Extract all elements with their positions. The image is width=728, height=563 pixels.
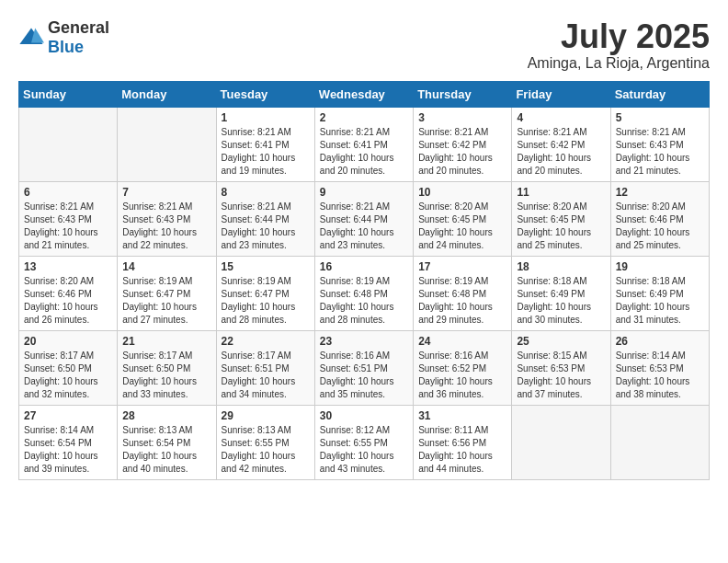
day-number: 8 — [222, 186, 310, 199]
day-info: Sunrise: 8:19 AMSunset: 6:47 PMDaylight:… — [222, 275, 310, 327]
calendar-cell: 4Sunrise: 8:21 AMSunset: 6:42 PMDaylight… — [512, 107, 610, 181]
title-block: July 2025 Aminga, La Rioja, Argentina — [528, 18, 710, 72]
day-number: 3 — [418, 111, 506, 124]
calendar-cell: 6Sunrise: 8:21 AMSunset: 6:43 PMDaylight… — [19, 181, 118, 256]
calendar-cell: 24Sunrise: 8:16 AMSunset: 6:52 PMDayligh… — [414, 330, 512, 405]
page-header: General Blue July 2025 Aminga, La Rioja,… — [18, 18, 710, 72]
calendar-cell — [610, 405, 709, 479]
day-info: Sunrise: 8:11 AMSunset: 6:56 PMDaylight:… — [418, 424, 506, 476]
calendar-cell: 16Sunrise: 8:19 AMSunset: 6:48 PMDayligh… — [314, 256, 413, 330]
day-header-tuesday: Tuesday — [216, 81, 314, 107]
day-info: Sunrise: 8:14 AMSunset: 6:53 PMDaylight:… — [616, 350, 704, 401]
day-number: 21 — [122, 335, 210, 348]
day-info: Sunrise: 8:13 AMSunset: 6:55 PMDaylight:… — [222, 424, 310, 476]
day-number: 24 — [418, 335, 506, 348]
day-info: Sunrise: 8:18 AMSunset: 6:49 PMDaylight:… — [517, 275, 605, 327]
logo: General Blue — [18, 18, 109, 57]
day-info: Sunrise: 8:21 AMSunset: 6:43 PMDaylight:… — [122, 201, 210, 252]
day-number: 29 — [222, 409, 310, 422]
calendar-table: SundayMondayTuesdayWednesdayThursdayFrid… — [18, 81, 710, 480]
calendar-cell: 22Sunrise: 8:17 AMSunset: 6:51 PMDayligh… — [216, 330, 314, 405]
calendar-cell — [19, 107, 118, 181]
calendar-cell: 23Sunrise: 8:16 AMSunset: 6:51 PMDayligh… — [314, 330, 413, 405]
calendar-cell — [512, 405, 610, 479]
day-number: 30 — [320, 409, 408, 422]
day-number: 23 — [320, 335, 408, 348]
day-number: 27 — [24, 409, 112, 422]
day-info: Sunrise: 8:21 AMSunset: 6:42 PMDaylight:… — [418, 126, 506, 178]
day-info: Sunrise: 8:21 AMSunset: 6:41 PMDaylight:… — [320, 126, 408, 178]
day-info: Sunrise: 8:20 AMSunset: 6:45 PMDaylight:… — [517, 201, 605, 252]
day-number: 13 — [24, 260, 112, 273]
day-number: 16 — [320, 260, 408, 273]
logo-blue: Blue — [48, 38, 84, 56]
calendar-cell: 3Sunrise: 8:21 AMSunset: 6:42 PMDaylight… — [414, 107, 512, 181]
calendar-cell: 14Sunrise: 8:19 AMSunset: 6:47 PMDayligh… — [118, 256, 216, 330]
day-number: 20 — [24, 335, 112, 348]
day-number: 18 — [517, 260, 605, 273]
day-info: Sunrise: 8:15 AMSunset: 6:53 PMDaylight:… — [517, 350, 605, 401]
day-info: Sunrise: 8:13 AMSunset: 6:54 PMDaylight:… — [122, 424, 210, 476]
calendar-cell: 28Sunrise: 8:13 AMSunset: 6:54 PMDayligh… — [118, 405, 216, 479]
day-number: 1 — [222, 111, 310, 124]
calendar-week-2: 6Sunrise: 8:21 AMSunset: 6:43 PMDaylight… — [19, 181, 710, 256]
day-header-saturday: Saturday — [610, 81, 709, 107]
calendar-week-3: 13Sunrise: 8:20 AMSunset: 6:46 PMDayligh… — [19, 256, 710, 330]
calendar-cell: 21Sunrise: 8:17 AMSunset: 6:50 PMDayligh… — [118, 330, 216, 405]
day-number: 15 — [222, 260, 310, 273]
day-info: Sunrise: 8:18 AMSunset: 6:49 PMDaylight:… — [616, 275, 704, 327]
calendar-cell: 17Sunrise: 8:19 AMSunset: 6:48 PMDayligh… — [414, 256, 512, 330]
day-info: Sunrise: 8:17 AMSunset: 6:50 PMDaylight:… — [24, 350, 112, 401]
calendar-cell: 8Sunrise: 8:21 AMSunset: 6:44 PMDaylight… — [216, 181, 314, 256]
day-info: Sunrise: 8:20 AMSunset: 6:45 PMDaylight:… — [418, 201, 506, 252]
calendar-cell: 25Sunrise: 8:15 AMSunset: 6:53 PMDayligh… — [512, 330, 610, 405]
day-info: Sunrise: 8:16 AMSunset: 6:52 PMDaylight:… — [418, 350, 506, 401]
day-info: Sunrise: 8:17 AMSunset: 6:51 PMDaylight:… — [222, 350, 310, 401]
day-number: 25 — [517, 335, 605, 348]
calendar-cell: 11Sunrise: 8:20 AMSunset: 6:45 PMDayligh… — [512, 181, 610, 256]
day-info: Sunrise: 8:17 AMSunset: 6:50 PMDaylight:… — [122, 350, 210, 401]
day-number: 6 — [24, 186, 112, 199]
calendar-cell: 19Sunrise: 8:18 AMSunset: 6:49 PMDayligh… — [610, 256, 709, 330]
day-number: 9 — [320, 186, 408, 199]
calendar-cell: 1Sunrise: 8:21 AMSunset: 6:41 PMDaylight… — [216, 107, 314, 181]
calendar-cell: 9Sunrise: 8:21 AMSunset: 6:44 PMDaylight… — [314, 181, 413, 256]
day-number: 31 — [418, 409, 506, 422]
day-info: Sunrise: 8:14 AMSunset: 6:54 PMDaylight:… — [24, 424, 112, 476]
day-number: 7 — [122, 186, 210, 199]
calendar-cell: 12Sunrise: 8:20 AMSunset: 6:46 PMDayligh… — [610, 181, 709, 256]
day-number: 11 — [517, 186, 605, 199]
calendar-cell: 7Sunrise: 8:21 AMSunset: 6:43 PMDaylight… — [118, 181, 216, 256]
day-number: 19 — [616, 260, 704, 273]
day-info: Sunrise: 8:19 AMSunset: 6:48 PMDaylight:… — [320, 275, 408, 327]
day-header-thursday: Thursday — [414, 81, 512, 107]
calendar-cell: 31Sunrise: 8:11 AMSunset: 6:56 PMDayligh… — [414, 405, 512, 479]
day-info: Sunrise: 8:12 AMSunset: 6:55 PMDaylight:… — [320, 424, 408, 476]
day-number: 26 — [616, 335, 704, 348]
day-number: 10 — [418, 186, 506, 199]
calendar-cell: 20Sunrise: 8:17 AMSunset: 6:50 PMDayligh… — [19, 330, 118, 405]
main-title: July 2025 — [528, 18, 710, 55]
day-info: Sunrise: 8:16 AMSunset: 6:51 PMDaylight:… — [320, 350, 408, 401]
logo-general: General — [48, 18, 109, 37]
day-info: Sunrise: 8:20 AMSunset: 6:46 PMDaylight:… — [24, 275, 112, 327]
day-header-monday: Monday — [118, 81, 216, 107]
calendar-cell: 27Sunrise: 8:14 AMSunset: 6:54 PMDayligh… — [19, 405, 118, 479]
calendar-cell — [118, 107, 216, 181]
calendar-cell: 13Sunrise: 8:20 AMSunset: 6:46 PMDayligh… — [19, 256, 118, 330]
logo-icon — [18, 25, 44, 51]
calendar-cell: 29Sunrise: 8:13 AMSunset: 6:55 PMDayligh… — [216, 405, 314, 479]
day-info: Sunrise: 8:21 AMSunset: 6:42 PMDaylight:… — [517, 126, 605, 178]
calendar-cell: 5Sunrise: 8:21 AMSunset: 6:43 PMDaylight… — [610, 107, 709, 181]
day-number: 28 — [122, 409, 210, 422]
calendar-cell: 15Sunrise: 8:19 AMSunset: 6:47 PMDayligh… — [216, 256, 314, 330]
subtitle: Aminga, La Rioja, Argentina — [528, 55, 710, 72]
logo-text: General Blue — [48, 18, 109, 57]
calendar-cell: 26Sunrise: 8:14 AMSunset: 6:53 PMDayligh… — [610, 330, 709, 405]
day-info: Sunrise: 8:21 AMSunset: 6:44 PMDaylight:… — [320, 201, 408, 252]
day-number: 4 — [517, 111, 605, 124]
day-info: Sunrise: 8:20 AMSunset: 6:46 PMDaylight:… — [616, 201, 704, 252]
calendar-week-1: 1Sunrise: 8:21 AMSunset: 6:41 PMDaylight… — [19, 107, 710, 181]
day-info: Sunrise: 8:21 AMSunset: 6:44 PMDaylight:… — [222, 201, 310, 252]
calendar-cell: 10Sunrise: 8:20 AMSunset: 6:45 PMDayligh… — [414, 181, 512, 256]
